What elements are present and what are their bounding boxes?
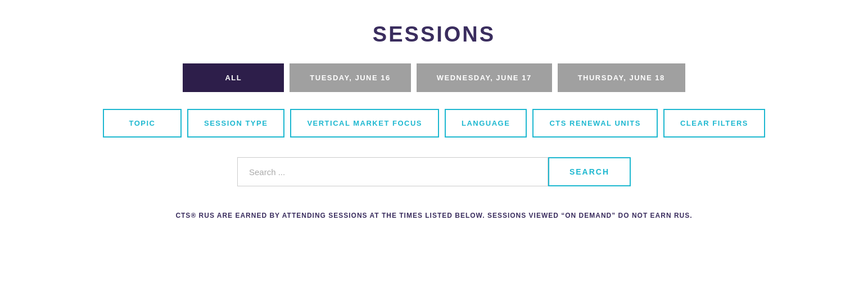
date-tabs-container: ALL TUESDAY, JUNE 16 WEDNESDAY, JUNE 17 … (183, 63, 685, 92)
filter-row: TOPIC SESSION TYPE VERTICAL MARKET FOCUS… (103, 109, 765, 138)
tab-wednesday[interactable]: WEDNESDAY, JUNE 17 (417, 63, 552, 92)
filter-topic[interactable]: TOPIC (103, 109, 182, 138)
page-title: SESSIONS (373, 22, 495, 47)
filter-language[interactable]: LANGUAGE (445, 109, 527, 138)
clear-filters-button[interactable]: CLEAR FILTERS (663, 109, 765, 138)
filter-vertical-market-focus[interactable]: VERTICAL MARKET FOCUS (290, 109, 439, 138)
footer-note: CTS® RUS ARE EARNED BY ATTENDING SESSION… (175, 212, 692, 219)
search-button[interactable]: SEARCH (548, 157, 631, 186)
tab-thursday[interactable]: THURSDAY, JUNE 18 (558, 63, 685, 92)
filter-session-type[interactable]: SESSION TYPE (187, 109, 284, 138)
filter-cts-renewal-units[interactable]: CTS RENEWAL UNITS (532, 109, 658, 138)
tab-all[interactable]: ALL (183, 63, 284, 92)
search-row: SEARCH (237, 157, 631, 186)
search-input[interactable] (237, 157, 548, 186)
tab-tuesday[interactable]: TUESDAY, JUNE 16 (290, 63, 410, 92)
